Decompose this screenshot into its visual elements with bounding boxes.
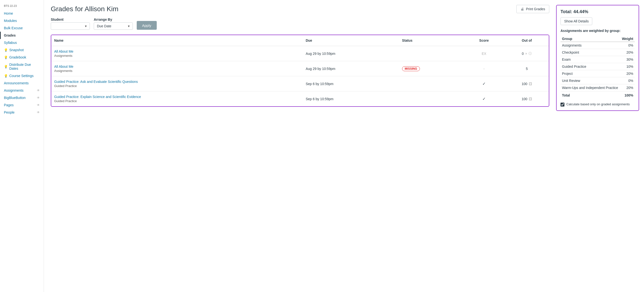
calc-checkbox[interactable] [560,103,564,107]
sidebar-item-label: Pages [4,103,14,107]
weighted-label: Assignments are weighted by group: [560,28,635,33]
score-value: EX [482,52,486,56]
group-weight: 20% [620,70,635,77]
assignment-name-cell: All About Me Assignments [51,61,303,76]
weight-header: Weight [620,36,635,42]
weight-table-row: Checkpoint 20% [560,49,635,56]
assignment-name-link[interactable]: Guided Practice: Ask and Evaluate Scient… [54,80,300,84]
info-icon: ⓘ [528,51,532,56]
sidebar-item-snapshot[interactable]: 💡 Snapshot [0,46,44,54]
sidebar-item-distribute-due-dates[interactable]: 💡 Distribute Due Dates [0,61,44,72]
sidebar-item-label: Modules [4,19,17,23]
sidebar-item-announcements[interactable]: Announcements [0,79,44,87]
assignment-name-link[interactable]: All About Me [54,65,300,68]
eye-icon: 👁 [37,96,40,99]
sidebar-item-label: Gradebook [9,55,26,59]
x-icon[interactable]: × [525,52,527,56]
sidebar-item-course-settings[interactable]: 💡 Course Settings [0,72,44,79]
sidebar-item-label: Grades [4,33,16,37]
grades-table: Name Due Status Score Out of All About M… [51,35,549,106]
sidebar-item-bulk-excuse[interactable]: Bulk Excuse [0,24,44,32]
lightbulb-icon: 💡 [4,48,8,52]
col-status: Status [399,35,463,46]
assignment-group: Guided Practice [54,99,300,103]
apply-button[interactable]: Apply [137,21,157,30]
outof-cell: 5 [505,61,549,76]
sidebar-item-bigbluebutton[interactable]: BigBlueButton 👁 [0,94,44,101]
arrange-filter-label: Arrange By [94,17,133,21]
group-weight: 0% [620,77,635,84]
sidebar-item-assignments[interactable]: Assignments 👁 [0,87,44,94]
group-weight: 0% [620,42,635,49]
checkmark-icon: ✓ [482,82,486,86]
eye-icon: 👁 [37,111,40,114]
group-name: Exam [560,56,620,63]
group-name: Guided Practice [560,63,620,70]
sidebar-item-label: Course Settings [9,74,34,78]
weight-table-row: Exam 30% [560,56,635,63]
assignment-name-link[interactable]: Guided Practice: Explain Science and Sci… [54,95,300,99]
weight-table-header: Group Weight [560,36,635,42]
lightbulb-icon: 💡 [4,74,8,78]
group-name: Project [560,70,620,77]
submit-icon: ⊡ [529,81,532,86]
chevron-down-icon: ▾ [85,24,87,28]
sidebar-item-modules[interactable]: Modules [0,17,44,24]
calc-row: Calculate based only on graded assignmen… [560,102,635,107]
status-cell [399,76,463,91]
weight-table-row: Project 20% [560,70,635,77]
sidebar-item-pages[interactable]: Pages 👁 [0,101,44,109]
sidebar-item-label: People [4,110,15,114]
group-name: Checkpoint [560,49,620,56]
assignment-name-cell: All About Me Assignments [51,46,303,61]
weight-table-row: Assignments 0% [560,42,635,49]
student-select[interactable]: ▾ [51,22,90,30]
arrange-select-value: Due Date [97,24,111,28]
col-name: Name [51,35,303,46]
sidebar-item-label: Bulk Excuse [4,26,23,30]
arrange-select[interactable]: Due Date ▾ [94,22,133,30]
sidebar-item-syllabus[interactable]: Syllabus [0,39,44,46]
sidebar-item-home[interactable]: Home [0,10,44,17]
sidebar-item-label: Distribute Due Dates [9,63,40,70]
student-filter-group: Student ▾ [51,17,90,30]
assignment-name-link[interactable]: All About Me [54,49,300,53]
assignment-name-cell: Guided Practice: Ask and Evaluate Scient… [51,76,303,91]
score-value: - [483,67,484,71]
score-cell: - [463,61,505,76]
outof-value: 0 [522,52,524,56]
score-cell: EX [463,46,505,61]
group-weight: 10% [620,63,635,70]
print-grades-button[interactable]: 🖨 Print Grades [516,5,549,13]
show-all-details-button[interactable]: Show All Details [560,17,592,25]
total-display: Total: 44.44% [560,9,635,14]
table-row: All About Me Assignments Aug 29 by 10:59… [51,61,549,76]
lightbulb-icon: 💡 [4,65,8,68]
outof-value: 100 [522,82,527,86]
sidebar-item-label: BigBlueButton [4,96,26,100]
sidebar-item-grades[interactable]: Grades [0,32,44,39]
weight-table: Group Weight Assignments 0% Checkpoint 2… [560,36,635,99]
table-row: Guided Practice: Ask and Evaluate Scient… [51,76,549,91]
sidebar-item-label: Home [4,11,13,15]
eye-icon: 👁 [37,89,40,92]
sidebar-item-gradebook[interactable]: 💡 Gradebook [0,54,44,61]
submit-icon: ⊡ [529,97,532,101]
status-cell [399,91,463,107]
table-row: All About Me Assignments Aug 29 by 10:59… [51,46,549,61]
eye-icon: 👁 [37,103,40,107]
chevron-down-icon: ▾ [128,24,130,28]
sidebar-item-label: Syllabus [4,41,17,45]
table-header-row: Name Due Status Score Out of [51,35,549,46]
group-name: Warm-Ups and Independent Practice [560,84,620,91]
sidebar-item-label: Assignments [4,89,24,92]
sidebar-course: BTS 22-23 [0,3,44,10]
outof-cell: 0 × ⓘ [505,46,549,61]
outof-cell: 100 ⊡ [505,76,549,91]
grades-container: Name Due Status Score Out of All About M… [51,35,549,107]
col-outof: Out of [505,35,549,46]
assignment-group: Assignments [54,54,300,57]
right-panel: Total: 44.44% Show All Details Assignmen… [556,5,639,111]
main-content: Grades for Allison Kim 🖨 Print Grades St… [44,0,556,292]
sidebar-item-people[interactable]: People 👁 [0,109,44,116]
